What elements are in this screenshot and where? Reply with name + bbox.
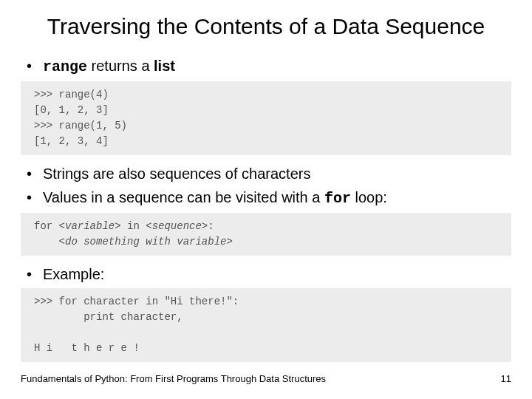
text-returns: returns a (87, 58, 154, 74)
code-kw: for (34, 220, 59, 232)
code-output: H i t h e r e ! (34, 342, 140, 354)
code-block-for-syntax: for <variable> in <sequence>: <do someth… (21, 213, 511, 256)
code-line: print character, (34, 311, 183, 323)
code-line: >>> for character in "Hi there!": (34, 296, 239, 307)
code-line: >>> range(4) (34, 89, 109, 100)
code-block-example: >>> for character in "Hi there!": print … (21, 288, 511, 362)
code-var: <variable> (59, 220, 121, 232)
footer-text: Fundamentals of Python: From First Progr… (21, 373, 326, 384)
slide: Traversing the Contents of a Data Sequen… (0, 0, 532, 399)
code-kw: in (121, 220, 146, 232)
code-line: [1, 2, 3, 4] (34, 135, 109, 147)
bullet-example: Example: (21, 265, 511, 284)
code-block-range: >>> range(4) [0, 1, 2, 3] >>> range(1, 5… (21, 81, 511, 155)
bullet-for-loop: Values in a sequence can be visited with… (21, 188, 511, 208)
slide-title: Traversing the Contents of a Data Sequen… (21, 13, 511, 40)
footer: Fundamentals of Python: From First Progr… (21, 373, 511, 384)
bullet-strings: Strings are also sequences of characters (21, 164, 511, 183)
code-range: range (43, 58, 87, 75)
code-line: >>> range(1, 5) (34, 120, 127, 132)
code-for: for (324, 190, 351, 207)
text-values: Values in a sequence can be visited with… (43, 189, 324, 205)
code-seq: <sequence> (146, 220, 208, 232)
text-list: list (154, 58, 175, 74)
code-indent (34, 236, 59, 248)
code-line: [0, 1, 2, 3] (34, 104, 109, 116)
page-number: 11 (501, 373, 511, 384)
code-body: <do something with variable> (59, 236, 233, 248)
code-colon: : (208, 220, 214, 232)
bullet-range-list: range returns a list (21, 56, 511, 77)
text-loop: loop: (351, 189, 387, 205)
